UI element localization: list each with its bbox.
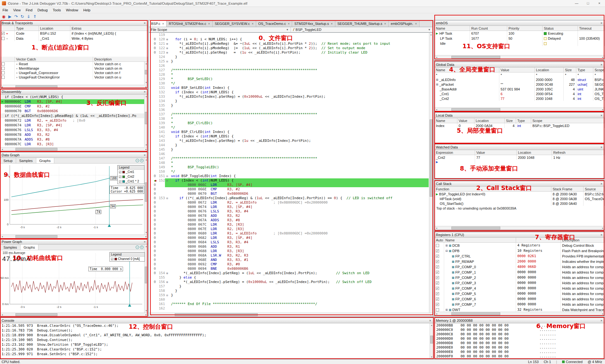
fold-icon[interactable]: ⊟ xyxy=(165,59,169,64)
function-scope-combo[interactable]: f BSP_ToggleLED ▼ xyxy=(291,27,433,32)
code-line[interactable]: 162 xyxy=(149,306,429,311)
continue-icon[interactable]: ▶ xyxy=(8,14,11,19)
scroll-right-arrow[interactable]: ▸ xyxy=(601,226,605,230)
breakpoint-row[interactable]: ✓●CodeBSP.c:152if (Index < (int)NUM_LEDS… xyxy=(0,31,148,36)
code-line[interactable]: 0 0800 0694 BNE 0x080006B6 xyxy=(149,267,429,271)
scroll-down-arrow[interactable]: ▾ xyxy=(430,355,434,359)
vector-catch-row[interactable]: ●UsageFault CheckingErrorVector catch on… xyxy=(0,75,148,79)
code-line[interactable]: 157 } xyxy=(149,284,429,289)
code-line[interactable]: 134 } xyxy=(149,99,429,103)
collapse-icon[interactable]: − xyxy=(136,159,139,162)
code-line[interactable]: 141void BSP_ClrLED(int Index) { xyxy=(149,130,429,134)
menu-view[interactable]: View xyxy=(11,8,23,13)
menu-window[interactable]: Window xyxy=(63,8,81,13)
editor-tab[interactable]: SEGGER_SYSVIEW.c× xyxy=(213,20,256,27)
graph-tab-samples[interactable]: Samples xyxy=(0,245,21,250)
code-line[interactable]: 0 0800 0676 LSLS R3, R3, #4 xyxy=(149,209,429,214)
scroll-track[interactable] xyxy=(4,147,144,151)
stack-frame-row[interactable]: HPTask (void)8 @ 2000 0A38OS_TraceDemo.c… xyxy=(435,196,605,201)
close-icon[interactable]: × xyxy=(208,22,210,26)
v-scrollbar[interactable]: ▴▾ xyxy=(429,33,433,316)
code-line[interactable]: 0 0800 066C LDR R3, [SP, #4] xyxy=(149,183,429,187)
close-icon[interactable]: × xyxy=(384,22,386,26)
register-row[interactable]: ✓▦FP_CTRL0000 0261Provides FPB implement… xyxy=(435,253,605,259)
graph-tab-graphs[interactable]: Graphs xyxy=(21,245,38,250)
register-row[interactable]: ✓▦FP_COMP_60000 0000Holds an address for… xyxy=(435,296,605,302)
checkbox[interactable]: ✓ xyxy=(436,271,439,274)
code-line[interactable]: 0122⊞ *(_aLEDInfo[i].pModeReg) |= (1uL <… xyxy=(149,46,429,50)
scroll-track[interactable] xyxy=(429,37,433,313)
close-icon[interactable]: × xyxy=(143,153,147,157)
scroll-thumb[interactable] xyxy=(145,70,148,74)
code-line[interactable]: 161/****** End Of File *****************… xyxy=(149,302,429,306)
editor-tab[interactable]: OS_TraceDemo.c× xyxy=(256,20,292,27)
code-line[interactable]: 0 0800 0684 LSLS R3, R3, #4 xyxy=(149,240,429,245)
checkbox[interactable] xyxy=(2,71,5,74)
code-line[interactable]: 140*/ xyxy=(149,125,429,130)
variable-row[interactable]: Index02000 0A344intBSP.c::BSP_ToggleLED xyxy=(435,123,605,128)
disasm-instruction[interactable]: 0800067AADDS R3, #8 xyxy=(0,137,148,142)
filter-row[interactable]: ****** xyxy=(435,72,605,77)
scroll-thumb[interactable] xyxy=(145,112,148,124)
stack-frame-row[interactable]: OS_StartTask()8 @ 2000 0A40 xyxy=(435,201,605,206)
stack-frame-row[interactable]: ▶BSP_ToggleLED (int Index=0)8 @ 2000 0A3… xyxy=(435,192,605,196)
scroll-left-arrow[interactable]: ◂ xyxy=(0,85,4,89)
scroll-up-arrow[interactable]: ▴ xyxy=(144,245,148,248)
code-line[interactable]: 0 0800 068A LSR.W R3, R2, R3 xyxy=(149,253,429,258)
scroll-up-arrow[interactable]: ▴ xyxy=(144,158,148,162)
scroll-right-arrow[interactable]: ▸ xyxy=(429,313,433,317)
code-line[interactable]: 0 0800 067E LDR R2, [R3] xyxy=(149,227,429,231)
scroll-thumb[interactable] xyxy=(451,227,500,229)
memory-row[interactable]: 200000C800 00 00 00 00 00 00 00........ xyxy=(435,332,605,337)
code-line[interactable]: 0 0800 0678 ADD R3, R2 xyxy=(149,214,429,218)
code-line[interactable]: 136 xyxy=(149,108,429,112)
new-watch-row[interactable]: ▶ xyxy=(435,160,605,164)
close-icon[interactable]: × xyxy=(252,22,254,26)
filter-cell[interactable]: * xyxy=(435,73,499,77)
close-icon[interactable]: × xyxy=(600,21,603,25)
scroll-thumb[interactable] xyxy=(451,56,500,59)
task-row[interactable]: LP Task167750Delayed100 (335400) xyxy=(435,36,605,41)
legend-entry[interactable]: ✓_Cnt1 * 2 xyxy=(118,179,144,184)
console-body[interactable]: 1:21:16.505 973 Break.ClearOnSrc ("OS_Tr… xyxy=(0,323,433,359)
fold-icon[interactable]: ⊞ xyxy=(165,42,169,46)
code-line[interactable]: 119 xyxy=(149,33,429,37)
menu-tools[interactable]: Tools xyxy=(50,8,63,13)
memory-row[interactable]: 200000F000 00 00 00 00 00 00 00........ xyxy=(435,354,605,359)
code-line[interactable]: 139* BSP_ClrLED() xyxy=(149,121,429,125)
checkbox[interactable]: ✓ xyxy=(119,180,121,183)
h-scrollbar[interactable]: ◂▸ xyxy=(435,55,605,59)
file-scope-combo[interactable]: File Scope ▼ xyxy=(149,27,291,32)
code-line[interactable]: 0153⊟ if ((*(_aLEDInfo[Index].pReadReg) … xyxy=(149,196,429,200)
scroll-left-arrow[interactable]: ◂ xyxy=(149,313,153,317)
scroll-right-arrow[interactable]: ▸ xyxy=(601,312,605,316)
legend-entry[interactable]: ✓Channel 0 [mA] xyxy=(110,257,144,261)
variable-row[interactable]: ⊞_aLEDInfo2000 000048structBSP.c xyxy=(435,77,605,82)
register-row[interactable]: ✓▦FP_REMAP2000 0000Indicates whether the… xyxy=(435,259,605,264)
code-line[interactable]: 130*/ xyxy=(149,81,429,86)
code-line[interactable]: 137/************************************… xyxy=(149,112,429,117)
code-line[interactable]: 0151⊟void BSP_ToggleLED(int Index) { xyxy=(149,174,429,178)
memory-row[interactable]: 200000E800 00 00 00 00 00 00 00........ xyxy=(435,350,605,354)
disasm-instruction[interactable]: ▶0800066CLDR R3, [SP, #4] xyxy=(0,99,148,104)
scroll-left-arrow[interactable]: ◂ xyxy=(0,147,4,151)
checkbox[interactable]: ✓ xyxy=(436,265,439,269)
checkbox[interactable]: ✓ xyxy=(436,260,439,263)
filter-cell[interactable]: * xyxy=(564,73,576,77)
code-line[interactable]: 160 xyxy=(149,298,429,302)
register-row[interactable]: ✓▦FP_COMP_70000 0000Holds an address for… xyxy=(435,302,605,307)
code-line[interactable]: 144 } xyxy=(149,143,429,147)
scroll-track[interactable] xyxy=(144,248,148,309)
code-line[interactable]: 148* xyxy=(149,161,429,165)
graph-tab-setup[interactable]: Setup xyxy=(0,158,16,163)
scroll-right-arrow[interactable]: ▸ xyxy=(144,85,148,89)
collapse-icon[interactable]: − xyxy=(136,246,139,249)
scroll-down-arrow[interactable]: ▾ xyxy=(144,143,148,147)
memory-row[interactable]: 200000E000 00 00 00 00 00 00 00........ xyxy=(435,345,605,350)
code-line[interactable]: 0 0800 068E AND R3, R3, #1 xyxy=(149,258,429,262)
code-line[interactable]: 145} xyxy=(149,147,429,152)
fold-icon[interactable]: ⊞ xyxy=(165,37,169,42)
scroll-down-arrow[interactable]: ▾ xyxy=(144,231,148,234)
expand-icon[interactable]: ⊞ xyxy=(436,83,438,86)
checkbox[interactable]: ✓ xyxy=(436,303,439,306)
